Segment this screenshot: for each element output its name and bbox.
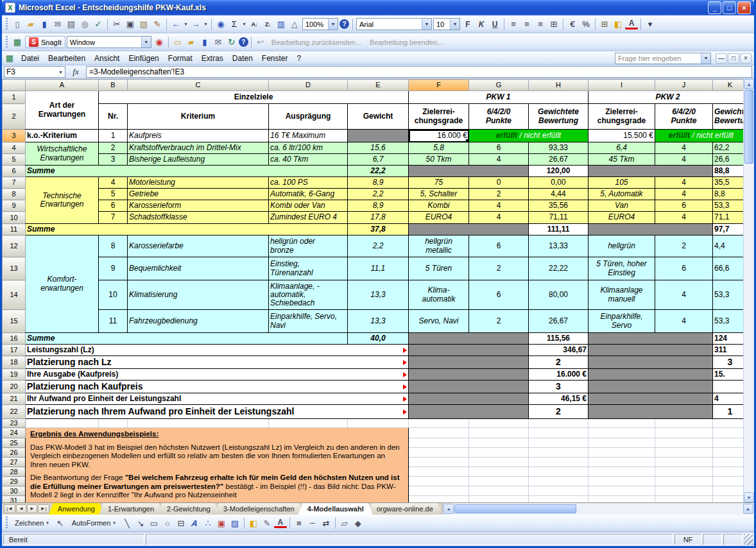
- cell-K2[interactable]: Gewichtete Bewertung: [713, 104, 744, 130]
- cell-B23[interactable]: [99, 419, 128, 428]
- font-size-select[interactable]: 10▼: [433, 18, 460, 30]
- cell-E9[interactable]: 8,9: [348, 200, 409, 212]
- horizontal-scroll-thumb[interactable]: [454, 504, 576, 513]
- cell-H20[interactable]: 3: [529, 381, 588, 393]
- cell-I22[interactable]: [588, 405, 713, 419]
- cell-I28[interactable]: [588, 467, 655, 477]
- cell-J2[interactable]: 6/4/2/0 Punkte: [655, 104, 713, 130]
- cell-J5[interactable]: 4: [655, 154, 713, 166]
- col-header-C[interactable]: C: [128, 80, 269, 91]
- cell-A12[interactable]: Komfort- erwartungen: [26, 235, 99, 333]
- cell-G26[interactable]: [469, 448, 529, 458]
- cell-G25[interactable]: [469, 438, 529, 448]
- arrow-icon[interactable]: ↘: [134, 517, 147, 529]
- cell-F19[interactable]: [409, 369, 529, 381]
- resize-grip[interactable]: [744, 534, 753, 545]
- cell-E16[interactable]: 40,0: [348, 333, 409, 345]
- cell-D5[interactable]: ca. 40 Tkm: [269, 154, 348, 166]
- cell-A7[interactable]: Technische Erwartungen: [26, 177, 99, 224]
- zoom-select[interactable]: 100%▼: [302, 18, 338, 30]
- cell-C12[interactable]: Karosseriefarbe: [128, 235, 269, 257]
- cell-D3[interactable]: 16 T€ Maximum: [269, 130, 348, 142]
- row-header-7[interactable]: 7: [3, 177, 26, 189]
- menu-item-bearbeiten[interactable]: Bearbeiten: [44, 52, 90, 65]
- cell-F3[interactable]: 16.000 €: [409, 130, 469, 142]
- spelling-icon[interactable]: ✓: [92, 18, 105, 30]
- chart-wizard-icon[interactable]: ▥: [275, 18, 288, 30]
- wordart-icon[interactable]: A: [187, 517, 202, 529]
- cell-H24[interactable]: [529, 428, 588, 438]
- cell-J30[interactable]: [655, 486, 713, 496]
- cell-H10[interactable]: 71,11: [529, 212, 588, 224]
- row-header-9[interactable]: 9: [3, 200, 26, 212]
- cell-H11[interactable]: 111,11: [529, 224, 588, 235]
- cell-K4[interactable]: 62,2: [713, 142, 744, 154]
- cell-J3[interactable]: erfüllt / nicht erfüllt: [655, 130, 744, 142]
- cell-A20[interactable]: Platzierung nach Kaufpreis: [26, 381, 409, 393]
- titlebar[interactable]: X Microsoft Excel - Entscheidungshilfe P…: [2, 0, 754, 15]
- cell-K26[interactable]: [713, 448, 744, 458]
- cell-G5[interactable]: 4: [469, 154, 529, 166]
- cell-F23[interactable]: [409, 419, 469, 428]
- cell-H18[interactable]: 2: [529, 356, 588, 369]
- menu-item-extras[interactable]: Extras: [197, 52, 228, 65]
- col-header-E[interactable]: E: [348, 80, 409, 91]
- capture-mode-select[interactable]: Window▼: [67, 36, 151, 48]
- cell-B2[interactable]: Nr.: [99, 104, 128, 130]
- row-header-10[interactable]: 10: [3, 212, 26, 224]
- cell-E13[interactable]: 11,1: [348, 257, 409, 280]
- col-header-B[interactable]: B: [99, 80, 128, 91]
- cell-J23[interactable]: [655, 419, 713, 428]
- vertical-scroll-thumb[interactable]: [744, 90, 753, 164]
- font-select[interactable]: Arial▼: [356, 18, 432, 30]
- menu-item-einfgen[interactable]: Einfügen: [124, 52, 163, 65]
- cell-K10[interactable]: 71,1: [713, 212, 744, 224]
- cell-I31[interactable]: [588, 496, 655, 503]
- cell-J12[interactable]: 2: [655, 235, 713, 257]
- cell-I18[interactable]: [588, 356, 713, 369]
- cell-K29[interactable]: [713, 477, 744, 486]
- cell-I8[interactable]: 5, Automatik: [588, 189, 655, 200]
- cell-K8[interactable]: 8,8: [713, 189, 744, 200]
- cell-F14[interactable]: Klima- automatik: [409, 280, 469, 310]
- row-header-21[interactable]: 21: [3, 393, 26, 405]
- comment-icon[interactable]: ▭: [171, 36, 184, 48]
- cell-F18[interactable]: [409, 356, 529, 369]
- cell-I25[interactable]: [588, 438, 655, 448]
- cell-B1[interactable]: Einzelziele: [99, 91, 409, 104]
- cell-A16[interactable]: Summe: [26, 333, 348, 345]
- borders-icon[interactable]: ⊞: [598, 18, 611, 30]
- cell-A4[interactable]: Wirtschaftliche Erwartungen: [26, 142, 99, 166]
- cell-K6[interactable]: 88,8: [713, 166, 744, 177]
- cell-J10[interactable]: 4: [655, 212, 713, 224]
- cell-C3[interactable]: Kaufpreis: [128, 130, 269, 142]
- cell-H17[interactable]: 346,67: [529, 345, 588, 356]
- cell-F15[interactable]: Servo, Navi: [409, 310, 469, 333]
- cell-J29[interactable]: [655, 477, 713, 486]
- cell-H23[interactable]: [529, 419, 588, 428]
- next-sheet-button[interactable]: ►: [27, 504, 37, 513]
- undo-menu-icon[interactable]: ▾: [183, 18, 189, 30]
- cell-F28[interactable]: [409, 467, 469, 477]
- cell-J14[interactable]: 4: [655, 280, 713, 310]
- formula-input[interactable]: =3-Modelleigenschaften'!E3: [86, 66, 752, 78]
- cell-F11[interactable]: [409, 224, 529, 235]
- menu-item-datei[interactable]: Datei: [17, 52, 44, 65]
- snagit-button[interactable]: S SnagIt: [25, 36, 65, 48]
- cell-C23[interactable]: [128, 419, 269, 428]
- cell-B4[interactable]: 2: [99, 142, 128, 154]
- row-header-17[interactable]: 17: [3, 345, 26, 356]
- col-header-H[interactable]: H: [529, 80, 588, 91]
- cell-F12[interactable]: hellgrün metallic: [409, 235, 469, 257]
- autosum-menu-icon[interactable]: ▾: [241, 18, 247, 30]
- sheet-tab-4-modellauswahl[interactable]: 4-Modellauswahl: [298, 503, 373, 515]
- cell-G3[interactable]: erfüllt / nicht erfüllt: [469, 130, 588, 142]
- cell-B12[interactable]: 8: [99, 235, 128, 257]
- cell-H31[interactable]: [529, 496, 588, 503]
- format-painter-icon[interactable]: ✎: [151, 18, 164, 30]
- sheet-tab-1-erwartungen[interactable]: 1-Erwartungen: [99, 503, 163, 515]
- cell-F22[interactable]: [409, 405, 529, 419]
- cell-G9[interactable]: 4: [469, 200, 529, 212]
- cell-F29[interactable]: [409, 477, 469, 486]
- align-center-icon[interactable]: ≡: [520, 18, 533, 30]
